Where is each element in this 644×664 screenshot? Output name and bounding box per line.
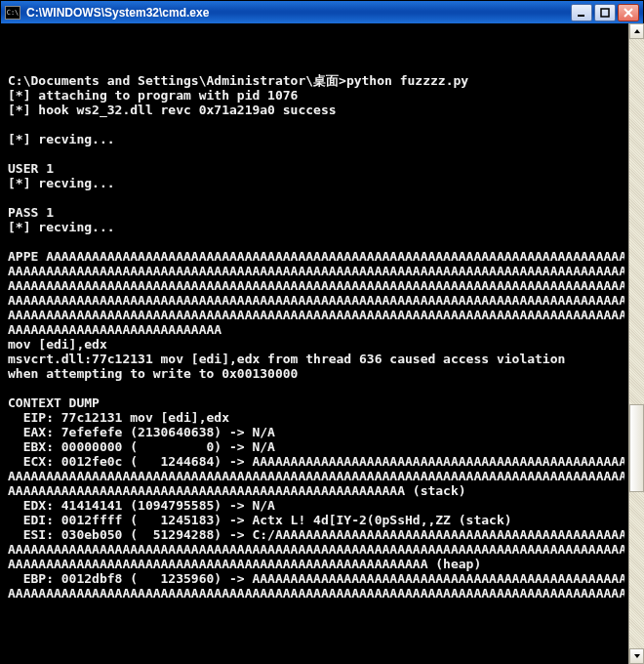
terminal-line: msvcrt.dll:77c12131 mov [edi],edx from t… xyxy=(8,352,624,366)
scroll-down-button[interactable] xyxy=(629,648,644,664)
terminal-line: AAAAAAAAAAAAAAAAAAAAAAAAAAAAAAAAAAAAAAAA… xyxy=(8,586,624,601)
window-controls xyxy=(571,4,639,21)
terminal-line: PASS 1 xyxy=(8,205,624,220)
terminal-line: AAAAAAAAAAAAAAAAAAAAAAAAAAAAAAAAAAAAAAAA… xyxy=(8,483,624,498)
terminal-line xyxy=(8,117,624,132)
terminal-line: AAAAAAAAAAAAAAAAAAAAAAAAAAAAAAAAAAAAAAAA… xyxy=(8,293,624,308)
terminal-line: [*] recving... xyxy=(8,176,624,190)
titlebar[interactable]: C:\ C:\WINDOWS\System32\cmd.exe xyxy=(1,1,643,24)
scroll-up-button[interactable] xyxy=(629,23,644,39)
terminal-line: EAX: 7efefefe (2130640638) -> N/A xyxy=(8,425,624,439)
window-title: C:\WINDOWS\System32\cmd.exe xyxy=(26,6,571,20)
terminal-line: CONTEXT DUMP xyxy=(8,395,624,410)
scroll-track[interactable] xyxy=(629,39,644,648)
terminal-line: EDX: 41414141 (1094795585) -> N/A xyxy=(8,498,624,513)
terminal-line: EBX: 00000000 ( 0) -> N/A xyxy=(8,439,624,454)
terminal-line: mov [edi],edx xyxy=(8,337,624,352)
terminal-area: C:\Documents and Settings\Administrator\… xyxy=(0,23,628,664)
terminal-line: [*] recving... xyxy=(8,132,624,146)
terminal-line: AAAAAAAAAAAAAAAAAAAAAAAAAAAA xyxy=(8,322,624,337)
terminal-line: [*] hook ws2_32.dll revc 0x71a219a0 succ… xyxy=(8,103,624,117)
terminal-line: [*] attaching to program with pid 1076 xyxy=(8,88,624,103)
terminal-line: EIP: 77c12131 mov [edi],edx xyxy=(8,410,624,425)
maximize-button[interactable] xyxy=(594,4,616,21)
terminal-line: AAAAAAAAAAAAAAAAAAAAAAAAAAAAAAAAAAAAAAAA… xyxy=(8,542,624,557)
terminal-line xyxy=(8,190,624,205)
terminal-line: EDI: 0012ffff ( 1245183) -> Actx L! 4d[I… xyxy=(8,513,624,527)
terminal-line xyxy=(8,59,624,73)
terminal-line: USER 1 xyxy=(8,161,624,176)
terminal-line: C:\Documents and Settings\Administrator\… xyxy=(8,73,624,88)
terminal-line xyxy=(8,234,624,249)
terminal-line: AAAAAAAAAAAAAAAAAAAAAAAAAAAAAAAAAAAAAAAA… xyxy=(8,557,624,571)
scroll-thumb[interactable] xyxy=(629,404,644,492)
terminal-line: EBP: 0012dbf8 ( 1235960) -> AAAAAAAAAAAA… xyxy=(8,571,624,586)
terminal-line xyxy=(8,381,624,395)
close-button[interactable] xyxy=(618,4,639,21)
terminal-line: AAAAAAAAAAAAAAAAAAAAAAAAAAAAAAAAAAAAAAAA… xyxy=(8,264,624,278)
terminal-line xyxy=(8,146,624,161)
terminal-output[interactable]: C:\Documents and Settings\Administrator\… xyxy=(0,23,628,634)
terminal-line: [*] recving... xyxy=(8,220,624,234)
terminal-line: ECX: 0012fe0c ( 1244684) -> AAAAAAAAAAAA… xyxy=(8,454,624,469)
terminal-line: AAAAAAAAAAAAAAAAAAAAAAAAAAAAAAAAAAAAAAAA… xyxy=(8,308,624,322)
terminal-line: when attempting to write to 0x00130000 xyxy=(8,366,624,381)
vertical-scrollbar[interactable] xyxy=(628,23,644,664)
svg-rect-0 xyxy=(578,15,584,17)
terminal-line: AAAAAAAAAAAAAAAAAAAAAAAAAAAAAAAAAAAAAAAA… xyxy=(8,469,624,483)
cmd-icon: C:\ xyxy=(5,6,20,20)
terminal-line: ESI: 030eb050 ( 51294288) -> C:/AAAAAAAA… xyxy=(8,527,624,542)
cmd-window: C:\ C:\WINDOWS\System32\cmd.exe C:\Docum… xyxy=(0,0,644,664)
svg-rect-1 xyxy=(601,9,609,17)
terminal-line: APPE AAAAAAAAAAAAAAAAAAAAAAAAAAAAAAAAAAA… xyxy=(8,249,624,264)
minimize-button[interactable] xyxy=(571,4,592,21)
terminal-line: AAAAAAAAAAAAAAAAAAAAAAAAAAAAAAAAAAAAAAAA… xyxy=(8,278,624,293)
